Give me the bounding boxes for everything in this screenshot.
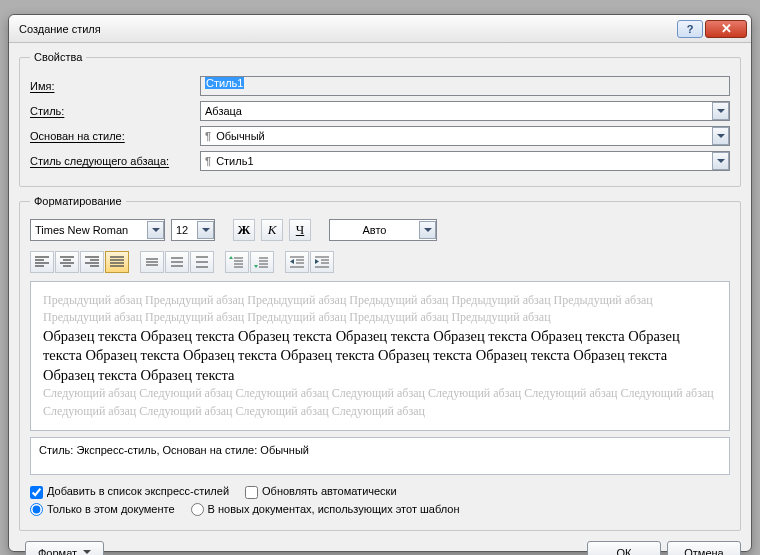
- align-left-button[interactable]: [30, 251, 54, 273]
- add-quick-checkbox[interactable]: [30, 486, 43, 499]
- formatting-legend: Форматирование: [30, 195, 126, 207]
- font-combo[interactable]: Times New Roman: [30, 219, 165, 241]
- align-center-button[interactable]: [55, 251, 79, 273]
- style-type-combo[interactable]: Абзаца: [200, 101, 730, 121]
- italic-button[interactable]: К: [261, 219, 283, 241]
- style-type-label: Стиль:: [30, 105, 200, 117]
- underline-button[interactable]: Ч: [289, 219, 311, 241]
- titlebar: Создание стиля ? ✕: [9, 15, 751, 43]
- based-on-label: Основан на стиле:: [30, 130, 200, 142]
- pilcrow-icon: ¶: [205, 130, 211, 142]
- dialog-create-style: Создание стиля ? ✕ Свойства Имя: Стиль1 …: [8, 14, 752, 552]
- svg-marker-29: [229, 256, 233, 259]
- space-before-inc-button[interactable]: [225, 251, 249, 273]
- style-type-drop-icon[interactable]: [712, 102, 729, 120]
- cancel-button[interactable]: Отмена: [667, 541, 741, 555]
- font-color-combo[interactable]: Авто: [329, 219, 437, 241]
- auto-update-checkbox-label[interactable]: Обновлять автоматически: [245, 485, 397, 499]
- format-menu-button[interactable]: Формат: [25, 541, 104, 555]
- space-before-dec-button[interactable]: [250, 251, 274, 273]
- bold-button[interactable]: Ж: [233, 219, 255, 241]
- next-para-label: Стиль следующего абзаца:: [30, 155, 200, 167]
- preview-sample-text: Образец текста Образец текста Образец те…: [43, 327, 717, 386]
- spacing-1-button[interactable]: [140, 251, 164, 273]
- svg-marker-34: [254, 265, 258, 268]
- new-docs-radio-label[interactable]: В новых документах, использующих этот ша…: [191, 503, 460, 517]
- font-size-combo[interactable]: 12: [171, 219, 215, 241]
- svg-marker-39: [290, 259, 294, 264]
- based-on-combo[interactable]: ¶Обычный: [200, 126, 730, 146]
- only-this-doc-radio[interactable]: [30, 503, 43, 516]
- svg-marker-44: [315, 259, 319, 264]
- dialog-footer: Формат ОК Отмена: [19, 541, 741, 555]
- preview-prev-text: Предыдущий абзац Предыдущий абзац Предыд…: [43, 292, 717, 327]
- font-drop-icon[interactable]: [147, 221, 164, 239]
- only-this-doc-radio-label[interactable]: Только в этом документе: [30, 503, 175, 517]
- next-para-drop-icon[interactable]: [712, 152, 729, 170]
- pilcrow-icon: ¶: [205, 155, 211, 167]
- indent-inc-button[interactable]: [310, 251, 334, 273]
- ok-button[interactable]: ОК: [587, 541, 661, 555]
- close-button[interactable]: ✕: [705, 20, 747, 38]
- align-right-button[interactable]: [80, 251, 104, 273]
- add-quick-checkbox-label[interactable]: Добавить в список экспресс-стилей: [30, 485, 229, 499]
- new-docs-radio[interactable]: [191, 503, 204, 516]
- properties-group: Свойства Имя: Стиль1 Стиль: Абзаца Основ…: [19, 51, 741, 187]
- dialog-body: Свойства Имя: Стиль1 Стиль: Абзаца Основ…: [9, 43, 751, 555]
- style-description: Стиль: Экспресс-стиль, Основан на стиле:…: [30, 437, 730, 475]
- preview-next-text: Следующий абзац Следующий абзац Следующи…: [43, 385, 717, 420]
- next-para-combo[interactable]: ¶Стиль1: [200, 151, 730, 171]
- based-on-drop-icon[interactable]: [712, 127, 729, 145]
- spacing-15-button[interactable]: [165, 251, 189, 273]
- options-block: Добавить в список экспресс-стилей Обновл…: [30, 485, 730, 516]
- formatting-group: Форматирование Times New Roman 12 Ж К Ч …: [19, 195, 741, 531]
- dialog-title: Создание стиля: [19, 23, 675, 35]
- name-input[interactable]: Стиль1: [200, 76, 730, 96]
- auto-update-checkbox[interactable]: [245, 486, 258, 499]
- help-button[interactable]: ?: [677, 20, 703, 38]
- color-drop-icon[interactable]: [419, 221, 436, 239]
- paragraph-toolbar: [30, 251, 730, 273]
- spacing-2-button[interactable]: [190, 251, 214, 273]
- align-justify-button[interactable]: [105, 251, 129, 273]
- size-drop-icon[interactable]: [197, 221, 214, 239]
- name-label: Имя:: [30, 80, 200, 92]
- properties-legend: Свойства: [30, 51, 86, 63]
- indent-dec-button[interactable]: [285, 251, 309, 273]
- preview-box: Предыдущий абзац Предыдущий абзац Предыд…: [30, 281, 730, 431]
